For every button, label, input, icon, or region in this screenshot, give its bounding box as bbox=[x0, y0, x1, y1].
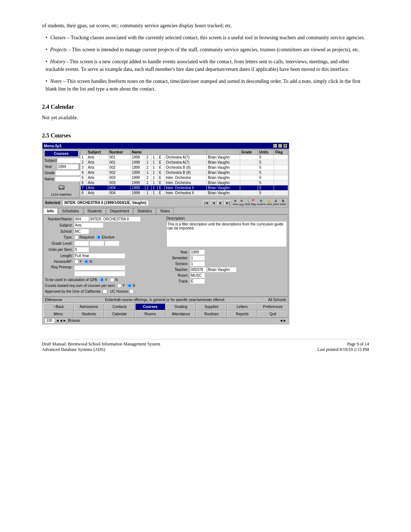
bottom-nav-button[interactable]: Contacts bbox=[104, 303, 134, 310]
honors-label-f: Honors/AP: bbox=[45, 260, 74, 264]
honors-n[interactable]: N bbox=[84, 259, 92, 264]
row-s2: 1 bbox=[152, 160, 158, 165]
browse-mode: Browse bbox=[68, 319, 80, 323]
maximize-button[interactable]: □ bbox=[278, 144, 282, 148]
bottom-nav-button[interactable]: Calendar bbox=[104, 311, 134, 317]
row-num: 6 bbox=[80, 180, 86, 185]
honors-y[interactable]: Y bbox=[74, 259, 82, 264]
nav-next[interactable]: ► bbox=[217, 200, 223, 205]
bottom-nav-button[interactable]: Admissions bbox=[74, 303, 104, 310]
trash-icon[interactable]: 🗑trash bbox=[280, 199, 286, 206]
table-row[interactable]: 3 Arts 002 1999 2 1 E Orchestra B (8) Br… bbox=[80, 165, 288, 170]
year-row: Year: bbox=[166, 249, 286, 255]
bottom-nav: ☜BackAdmissionsContactsCoursesGradingSup… bbox=[43, 303, 288, 317]
minimize-button[interactable]: − bbox=[273, 144, 277, 148]
table-row[interactable]: 6 Arts 003 1999 1 1 E Inter. Orchestra B… bbox=[80, 180, 288, 185]
row-teacher: Brian Vaughn bbox=[207, 175, 240, 180]
table-row[interactable]: 4 Arts 002 1999 1 1 E Orchestra B (8) Br… bbox=[80, 170, 288, 175]
courses-y[interactable]: Y bbox=[117, 283, 125, 288]
row-s3: E bbox=[158, 160, 165, 165]
tab-schedules[interactable]: Schedules bbox=[58, 208, 83, 214]
number-input[interactable] bbox=[74, 216, 89, 221]
tab-notes[interactable]: Notes bbox=[156, 208, 174, 214]
description-box[interactable]: This is a filler description until the d… bbox=[166, 221, 286, 247]
find-icon[interactable]: 🔍find bbox=[245, 199, 250, 206]
bottom-nav-button[interactable]: Rooms bbox=[135, 311, 165, 317]
row-s1: 1 bbox=[145, 191, 151, 196]
uc-honors-checkbox[interactable] bbox=[129, 289, 134, 294]
row-grade bbox=[240, 175, 258, 180]
row-units: 5 bbox=[258, 180, 274, 185]
table-row[interactable]: 8 Arts 004 1999 1 1 E Inter. Orchestra I… bbox=[80, 191, 288, 196]
window-controls[interactable]: − □ ✕ bbox=[273, 144, 287, 148]
tab-statistics[interactable]: Statistics bbox=[133, 208, 156, 214]
table-row[interactable]: 5 Arts 003 1999 2 1 E Inter. Orchestra B… bbox=[80, 175, 288, 180]
row-units: 5 bbox=[258, 191, 274, 196]
gpa-n[interactable]: N bbox=[110, 277, 118, 282]
bullet-classes-text: Tracking classes associated with the cur… bbox=[70, 35, 365, 40]
grade-2-input[interactable] bbox=[89, 241, 104, 246]
subject-val-input[interactable] bbox=[74, 223, 103, 228]
nav-prev[interactable]: ◄ bbox=[210, 200, 217, 205]
table-row[interactable]: 1 Arts 001 1999 2 1 E Orchestra A(7) Bri… bbox=[80, 155, 288, 160]
length-input[interactable] bbox=[74, 253, 125, 258]
teacher-id-input[interactable] bbox=[190, 267, 206, 272]
bottom-nav-button[interactable]: Menu bbox=[43, 311, 73, 317]
units-input[interactable] bbox=[74, 247, 89, 252]
track-input[interactable] bbox=[190, 279, 205, 284]
uc-checkbox[interactable] bbox=[102, 289, 107, 294]
bottom-nav-button[interactable]: Routines bbox=[196, 311, 226, 317]
row-num: 1 bbox=[80, 155, 86, 160]
nav-first[interactable]: |◄ bbox=[203, 200, 210, 205]
bottom-nav-button[interactable]: Reports bbox=[227, 311, 257, 317]
year-input-f[interactable] bbox=[190, 249, 205, 255]
bottom-nav-button[interactable]: ☜Back bbox=[43, 303, 73, 310]
teacher-name-input[interactable] bbox=[207, 267, 236, 272]
bottom-nav-button[interactable]: Courses bbox=[135, 303, 165, 310]
table-row[interactable]: 7 Arts 004 1999 2 1 E Inter. Orchestra I… bbox=[80, 185, 288, 191]
gpa-y[interactable]: Y bbox=[100, 277, 108, 282]
bottom-nav-button[interactable]: Grading bbox=[166, 303, 196, 310]
grade-1-input[interactable] bbox=[74, 241, 89, 246]
courses-n[interactable]: N bbox=[127, 283, 135, 288]
year-section: Year: Semester: Section: Teacher: bbox=[166, 249, 286, 284]
room-input[interactable] bbox=[190, 273, 205, 278]
semester-input[interactable] bbox=[190, 255, 205, 260]
name-val-input[interactable] bbox=[89, 216, 140, 221]
bottom-nav-button[interactable]: Supplies bbox=[196, 303, 226, 310]
row-grade bbox=[240, 165, 258, 170]
tab-students[interactable]: Students bbox=[84, 208, 106, 214]
nav-last[interactable]: ►| bbox=[224, 200, 231, 205]
row-s2: 1 bbox=[152, 191, 158, 196]
bottom-left: EMeserow bbox=[45, 298, 62, 302]
lock-icon[interactable]: 🔒lock bbox=[267, 199, 272, 206]
bottom-nav-button[interactable]: Preferences bbox=[258, 303, 288, 310]
selected-label: Selected: bbox=[45, 201, 61, 205]
section-input[interactable] bbox=[190, 261, 205, 266]
print-icon[interactable]: 🖨print bbox=[273, 199, 279, 206]
name-label: Name bbox=[45, 177, 55, 181]
routine-icon[interactable]: ⚙routine bbox=[257, 199, 265, 206]
bottom-nav-button[interactable]: Letters bbox=[227, 303, 257, 310]
row-year: 1999 bbox=[130, 160, 145, 165]
year-input[interactable] bbox=[57, 164, 78, 169]
bottom-nav-button[interactable]: Quit bbox=[258, 311, 288, 317]
dup-icon[interactable]: ⧉dup bbox=[239, 199, 244, 206]
school-val-input[interactable] bbox=[74, 229, 89, 234]
tab-bar: Info Schedules Students Department Stati… bbox=[43, 208, 288, 215]
close-button[interactable]: ✕ bbox=[283, 144, 287, 148]
prereq-2-input[interactable] bbox=[74, 271, 125, 276]
tab-info[interactable]: Info bbox=[43, 208, 58, 214]
flag-icon[interactable]: 🚩flag bbox=[251, 199, 256, 206]
bottom-nav-button[interactable]: Attendance bbox=[166, 311, 196, 317]
tab-department[interactable]: Department bbox=[106, 208, 133, 214]
prereq-1-input[interactable] bbox=[74, 265, 125, 270]
table-row[interactable]: 2 Arts 001 1999 1 1 E Orchestra A(7) Bri… bbox=[80, 160, 288, 165]
new-icon[interactable]: ⊕new bbox=[233, 199, 238, 206]
type-label-f: Type: bbox=[45, 235, 74, 239]
row-teacher: Brian Vaughn bbox=[207, 180, 240, 185]
bottom-nav-button[interactable]: Students bbox=[74, 311, 104, 317]
type-elective[interactable]: Elective bbox=[96, 235, 114, 240]
grade-3-input[interactable] bbox=[105, 241, 119, 246]
type-required[interactable]: Required bbox=[74, 235, 94, 240]
